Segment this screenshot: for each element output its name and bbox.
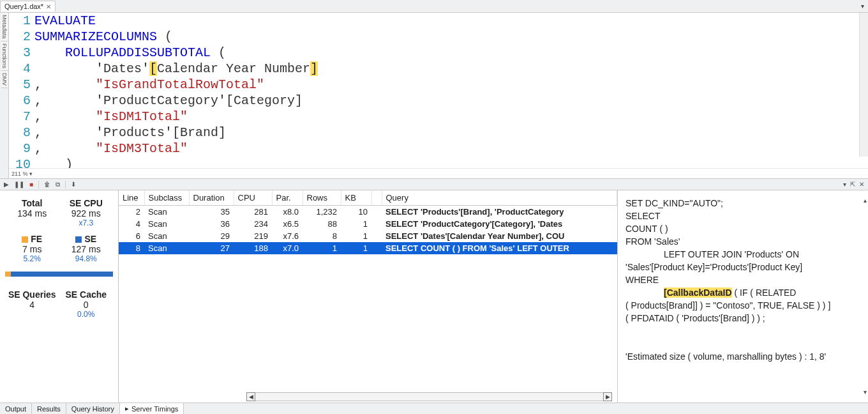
- sql-line: SELECT: [625, 210, 860, 222]
- fe-swatch-icon: [22, 236, 28, 243]
- timing-stats: Total 134 ms SE CPU 922 ms x7.3 FE 7 ms …: [0, 190, 119, 402]
- timings-table-wrap: LineSubclassDurationCPUPar.RowsKBQuery 2…: [119, 190, 618, 402]
- line-gutter: 12345678910: [9, 13, 34, 168]
- table-row[interactable]: 6Scan29219x7.681SELECT 'Dates'[Calendar …: [119, 230, 617, 242]
- status-bar: Output Results Query History ▸Server Tim…: [0, 402, 868, 414]
- sql-line: SET DC_KIND="AUTO";: [625, 197, 860, 210]
- separator: [65, 181, 66, 188]
- zoom-label: 211 %: [11, 171, 28, 177]
- status-tab-results[interactable]: Results: [32, 403, 66, 414]
- sql-line: ( Products[Brand]] ) = "Contoso", TRUE, …: [625, 299, 860, 312]
- sql-line: 'Estimated size ( volume, marshalling by…: [625, 350, 860, 363]
- zoom-bar: 211 % ▾: [9, 168, 868, 178]
- status-tab-output[interactable]: Output: [0, 403, 32, 414]
- callbackdataid-highlight: [CallbackDataID: [664, 288, 732, 298]
- left-side-tabs: Metadata Functions DMV: [0, 13, 9, 178]
- se-head: SE: [59, 234, 114, 244]
- seq-value: 4: [5, 300, 59, 310]
- side-tab-functions[interactable]: Functions: [1, 42, 8, 71]
- separator: [38, 181, 39, 188]
- sql-line: WHERE: [625, 273, 860, 286]
- fe-head: FE: [5, 234, 59, 244]
- sql-scroll-up-icon[interactable]: ▴: [864, 194, 867, 207]
- se-bar-segment: [11, 272, 113, 277]
- sql-line: [CallbackDataID ( IF ( RELATED: [625, 286, 860, 299]
- document-tab[interactable]: Query1.dax* ✕: [0, 1, 56, 12]
- trash-icon[interactable]: 🗑: [44, 181, 50, 188]
- cache-pct: 0.0%: [59, 310, 114, 319]
- se-pct: 94.8%: [59, 254, 114, 263]
- se-value: 127 ms: [59, 244, 114, 254]
- fe-se-bar: [5, 272, 113, 277]
- stop-icon[interactable]: ■: [29, 181, 33, 188]
- panel-close-icon[interactable]: ✕: [859, 181, 864, 188]
- table-hscroll[interactable]: ◀ ▶: [119, 392, 617, 402]
- seq-head: SE Queries: [5, 289, 59, 300]
- active-tab-caret-icon: ▸: [125, 404, 129, 413]
- zoom-dropdown-icon[interactable]: ▾: [29, 171, 33, 177]
- code-lines[interactable]: EVALUATESUMMARIZECOLUMNS ( ROLLUPADDISSU…: [34, 13, 868, 168]
- editor-row: Metadata Functions DMV 12345678910 EVALU…: [0, 13, 868, 179]
- table-body: 2Scan35281x8.01,23210SELECT 'Products'[B…: [119, 206, 617, 255]
- table-row[interactable]: 2Scan35281x8.01,23210SELECT 'Products'[B…: [119, 206, 617, 218]
- spacer: [625, 325, 860, 350]
- table-row[interactable]: 4Scan36234x6.5881SELECT 'ProductCategory…: [119, 218, 617, 230]
- bottom-pane: Total 134 ms SE CPU 922 ms x7.3 FE 7 ms …: [0, 190, 868, 402]
- sql-line: COUNT ( ): [625, 222, 860, 235]
- tab-overflow-dropdown-icon[interactable]: ▾: [857, 3, 868, 10]
- hscroll-right-icon[interactable]: ▶: [603, 392, 612, 401]
- document-tab-bar: Query1.dax* ✕ ▾: [0, 0, 868, 13]
- pin-icon[interactable]: ⇱: [850, 181, 855, 188]
- hscroll-track[interactable]: [255, 392, 603, 401]
- fe-value: 7 ms: [5, 244, 59, 254]
- sql-line: LEFT OUTER JOIN 'Products' ON: [625, 248, 860, 261]
- sql-scroll-down-icon[interactable]: ▾: [864, 386, 867, 399]
- se-swatch-icon: [75, 236, 82, 243]
- hscroll-left-icon[interactable]: ◀: [246, 392, 255, 401]
- results-toolbar: ▶ ❚❚ ■ 🗑 ⧉ ⬇ ▾ ⇱ ✕: [0, 179, 868, 190]
- close-icon[interactable]: ✕: [46, 3, 51, 10]
- sql-line: 'Sales'[Product Key]='Products'[Product …: [625, 261, 860, 273]
- cache-head: SE Cache: [59, 289, 114, 300]
- secpu-value: 922 ms: [59, 208, 114, 218]
- play-icon[interactable]: ▶: [4, 181, 9, 188]
- total-head: Total: [5, 198, 59, 208]
- options-dropdown-icon[interactable]: ▾: [843, 181, 846, 188]
- side-tab-metadata[interactable]: Metadata: [1, 13, 8, 42]
- sql-line: FROM 'Sales': [625, 235, 860, 248]
- secpu-head: SE CPU: [59, 198, 114, 208]
- xmla-body[interactable]: SET DC_KIND="AUTO"; SELECT COUNT ( ) FRO…: [625, 197, 860, 363]
- editor-vscrollbar[interactable]: [859, 13, 868, 157]
- fe-pct: 5.2%: [5, 254, 59, 263]
- table-header-row: LineSubclassDurationCPUPar.RowsKBQuery: [119, 190, 617, 206]
- document-tab-title: Query1.dax*: [4, 3, 43, 10]
- code-body[interactable]: 12345678910 EVALUATESUMMARIZECOLUMNS ( R…: [9, 13, 868, 168]
- xmla-query-panel: ▴ SET DC_KIND="AUTO"; SELECT COUNT ( ) F…: [618, 190, 868, 402]
- secpu-sub: x7.3: [59, 218, 114, 227]
- table-row[interactable]: 8Scan27188x7.011SELECT COUNT ( ) FROM 'S…: [119, 242, 617, 254]
- fe-bar-segment: [5, 272, 11, 277]
- pause-icon[interactable]: ❚❚: [14, 181, 24, 188]
- copy-icon[interactable]: ⧉: [56, 181, 60, 188]
- side-tab-dmv[interactable]: DMV: [1, 71, 8, 88]
- total-value: 134 ms: [5, 208, 59, 218]
- status-tab-query-history[interactable]: Query History: [66, 403, 120, 414]
- code-editor[interactable]: 12345678910 EVALUATESUMMARIZECOLUMNS ( R…: [9, 13, 868, 178]
- cache-value: 0: [59, 300, 114, 310]
- download-icon[interactable]: ⬇: [71, 181, 76, 188]
- status-tab-server-timings[interactable]: ▸Server Timings: [120, 403, 184, 414]
- timings-table[interactable]: LineSubclassDurationCPUPar.RowsKBQuery 2…: [119, 190, 617, 254]
- sql-line: ( PFDATAID ( 'Products'[Brand] ) ) ;: [625, 312, 860, 325]
